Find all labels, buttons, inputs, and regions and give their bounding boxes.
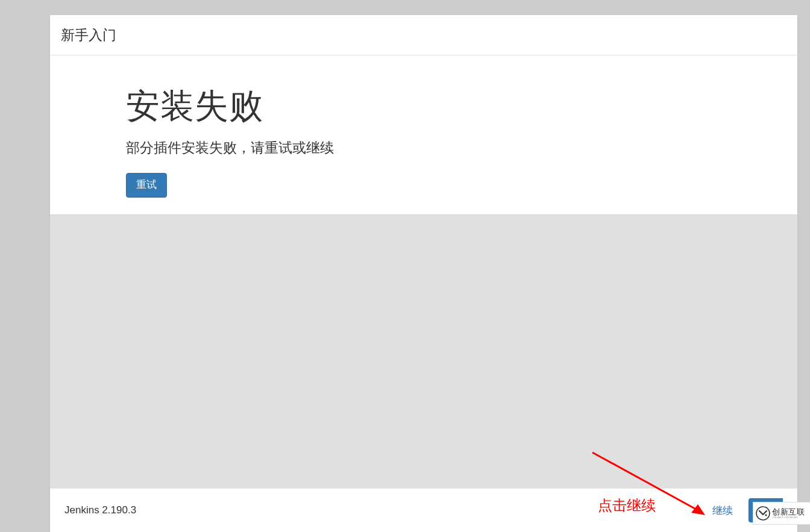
watermark-main-text: 创新互联 [772,508,805,516]
install-failed-subtitle: 部分插件安装失败，请重试或继续 [126,139,797,157]
content-body [50,214,797,488]
continue-button[interactable]: 继续 [712,504,733,518]
dialog-header: 新手入门 [50,15,797,55]
setup-wizard-dialog: 新手入门 安装失败 部分插件安装失败，请重试或继续 重试 Jenkins 2.1… [50,15,797,532]
watermark: 创新互联 CHUANG XINTALIAN [753,502,810,525]
dialog-footer: Jenkins 2.190.3 继续 [50,488,797,532]
watermark-sub-text: CHUANG XINTALIAN [772,516,798,519]
dialog-title: 新手入门 [61,26,116,45]
content-top: 安装失败 部分插件安装失败，请重试或继续 重试 [50,55,797,214]
retry-button[interactable]: 重试 [126,173,167,197]
svg-point-3 [765,514,767,516]
install-failed-heading: 安装失败 [126,87,797,125]
annotation-label: 点击继续 [598,496,656,515]
jenkins-version: Jenkins 2.190.3 [64,504,136,516]
svg-point-2 [756,507,770,520]
watermark-logo-icon [756,506,770,521]
watermark-text: 创新互联 CHUANG XINTALIAN [772,508,805,519]
